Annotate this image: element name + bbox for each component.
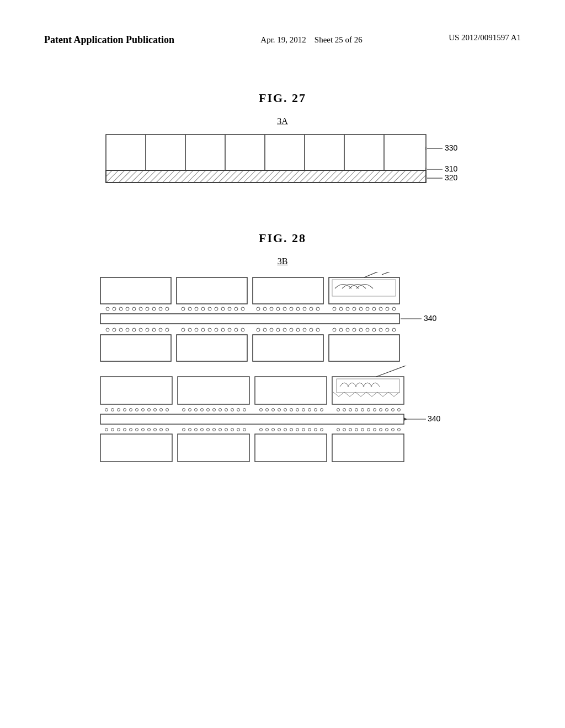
fig27-diagram: 330 310 320 <box>100 132 465 198</box>
svg-point-106 <box>379 328 382 331</box>
svg-point-186 <box>213 429 216 431</box>
svg-point-62 <box>359 307 363 311</box>
svg-point-29 <box>113 307 116 311</box>
svg-point-107 <box>386 328 389 331</box>
svg-point-152 <box>290 409 293 411</box>
svg-point-38 <box>182 307 185 311</box>
svg-point-175 <box>136 429 138 431</box>
svg-point-127 <box>118 409 120 411</box>
svg-rect-122 <box>255 377 327 404</box>
fig28-diagram-id: 3B <box>76 256 489 266</box>
svg-point-206 <box>355 429 358 431</box>
svg-point-211 <box>386 429 388 431</box>
svg-point-202 <box>321 429 323 431</box>
svg-point-155 <box>308 409 311 411</box>
svg-point-149 <box>272 409 275 411</box>
svg-point-125 <box>105 409 108 411</box>
svg-rect-24 <box>253 277 323 304</box>
svg-rect-25 <box>329 277 399 304</box>
svg-point-213 <box>398 429 401 431</box>
svg-point-92 <box>276 328 280 331</box>
svg-point-96 <box>303 328 306 331</box>
svg-point-89 <box>257 328 260 331</box>
svg-rect-169 <box>100 414 404 424</box>
svg-point-147 <box>260 409 263 411</box>
svg-point-34 <box>146 307 149 311</box>
svg-point-64 <box>372 307 376 311</box>
svg-point-130 <box>136 409 138 411</box>
svg-point-153 <box>296 409 299 411</box>
svg-point-187 <box>219 429 222 431</box>
svg-marker-219 <box>404 417 407 421</box>
svg-point-105 <box>372 328 376 331</box>
svg-point-179 <box>160 429 163 431</box>
svg-line-117 <box>364 272 404 277</box>
svg-point-70 <box>113 328 116 331</box>
svg-point-91 <box>270 328 273 331</box>
fig27-label: FIG. 27 <box>44 91 521 105</box>
svg-point-191 <box>243 429 246 431</box>
svg-rect-109 <box>100 335 171 361</box>
svg-point-126 <box>111 409 114 411</box>
svg-point-159 <box>343 409 346 411</box>
page-header: Patent Application Publication Apr. 19, … <box>44 33 521 47</box>
svg-point-85 <box>221 328 225 331</box>
svg-point-63 <box>366 307 369 311</box>
svg-rect-68 <box>100 314 399 324</box>
svg-point-142 <box>219 409 222 411</box>
svg-point-47 <box>241 307 244 311</box>
svg-point-65 <box>379 307 382 311</box>
svg-point-197 <box>290 429 293 431</box>
svg-point-204 <box>343 429 346 431</box>
svg-point-45 <box>228 307 231 311</box>
svg-point-28 <box>106 307 109 311</box>
svg-point-108 <box>392 328 396 331</box>
svg-point-174 <box>130 429 132 431</box>
svg-point-57 <box>316 307 319 311</box>
header-date: Apr. 19, 2012 <box>260 35 306 44</box>
svg-point-203 <box>337 429 340 431</box>
svg-rect-10 <box>106 170 426 183</box>
svg-rect-216 <box>255 434 327 462</box>
svg-point-129 <box>130 409 132 411</box>
svg-point-146 <box>243 409 246 411</box>
svg-point-60 <box>346 307 349 311</box>
svg-point-189 <box>231 429 234 431</box>
svg-point-31 <box>126 307 129 311</box>
svg-point-52 <box>283 307 286 311</box>
svg-rect-121 <box>178 377 249 404</box>
svg-point-140 <box>207 409 210 411</box>
svg-point-48 <box>257 307 260 311</box>
svg-rect-110 <box>177 335 247 361</box>
svg-point-162 <box>361 409 364 411</box>
svg-point-137 <box>189 409 191 411</box>
svg-point-158 <box>337 409 340 411</box>
svg-point-94 <box>290 328 293 331</box>
svg-point-98 <box>316 328 319 331</box>
svg-point-176 <box>142 429 145 431</box>
svg-point-93 <box>283 328 286 331</box>
svg-text:320: 320 <box>445 173 458 182</box>
svg-line-115 <box>382 272 404 275</box>
svg-point-177 <box>148 429 151 431</box>
header-meta: Apr. 19, 2012 Sheet 25 of 26 <box>260 33 363 46</box>
fig28-label: FIG. 28 <box>44 231 521 245</box>
svg-point-74 <box>139 328 142 331</box>
svg-point-46 <box>234 307 238 311</box>
svg-point-139 <box>201 409 204 411</box>
svg-point-154 <box>302 409 305 411</box>
svg-point-180 <box>166 429 169 431</box>
svg-point-178 <box>154 429 157 431</box>
svg-point-190 <box>237 429 240 431</box>
svg-point-210 <box>380 429 382 431</box>
svg-point-53 <box>290 307 293 311</box>
svg-point-135 <box>166 409 169 411</box>
svg-point-143 <box>225 409 228 411</box>
svg-line-221 <box>376 366 420 377</box>
svg-text:340: 340 <box>428 414 441 423</box>
svg-point-103 <box>359 328 363 331</box>
svg-point-156 <box>315 409 317 411</box>
svg-point-199 <box>302 429 305 431</box>
svg-point-73 <box>132 328 136 331</box>
svg-point-77 <box>159 328 162 331</box>
